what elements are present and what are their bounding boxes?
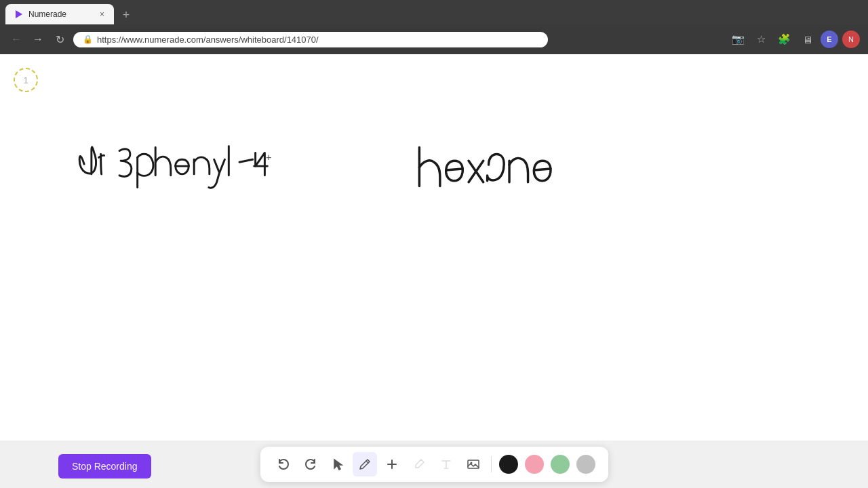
stop-recording-button[interactable]: Stop Recording (58, 454, 151, 479)
svg-text:+: + (266, 152, 271, 163)
tab-close-button[interactable]: × (98, 9, 106, 19)
highlighter-tool-button[interactable] (407, 452, 431, 476)
browser-frame: Numerade × + ← → ↻ 🔒 https://www.numerad… (0, 0, 868, 488)
text-tool-button[interactable] (434, 452, 458, 476)
forward-button[interactable]: → (30, 31, 46, 47)
pen-tool-button[interactable] (353, 452, 377, 476)
display-icon[interactable]: 🖥 (797, 30, 816, 49)
bottom-bar: Stop Recording (0, 441, 868, 488)
tab-title: Numerade (28, 9, 94, 19)
profile-button[interactable]: E (821, 30, 838, 48)
whiteboard[interactable]: 1 (0, 54, 868, 441)
active-tab[interactable]: Numerade × (5, 4, 114, 24)
undo-button[interactable] (271, 452, 296, 476)
toolbar-separator (491, 456, 492, 472)
url-bar[interactable]: 🔒 https://www.numerade.com/answers/white… (73, 32, 548, 47)
address-bar: ← → ↻ 🔒 https://www.numerade.com/answers… (0, 24, 868, 54)
image-tool-button[interactable] (461, 452, 486, 476)
drawing-toolbar (260, 447, 608, 482)
handwriting-canvas[interactable]: + (0, 54, 868, 441)
color-gray-button[interactable] (576, 455, 595, 474)
tab-favicon (14, 9, 24, 20)
extensions-icon[interactable]: 🧩 (774, 30, 793, 49)
color-green-button[interactable] (551, 455, 570, 474)
color-black-button[interactable] (499, 455, 518, 474)
tab-bar: Numerade × + (0, 0, 868, 24)
add-tool-button[interactable] (380, 452, 404, 476)
url-text: https://www.numerade.com/answers/whitebo… (97, 35, 319, 45)
back-button[interactable]: ← (8, 31, 24, 47)
color-pink-button[interactable] (525, 455, 544, 474)
lock-icon: 🔒 (83, 35, 93, 44)
select-tool-button[interactable] (326, 452, 350, 476)
content-area: 1 (0, 54, 868, 488)
new-tab-button[interactable]: + (117, 5, 136, 24)
extension-button[interactable]: N (842, 30, 860, 48)
redo-button[interactable] (298, 452, 323, 476)
refresh-button[interactable]: ↻ (52, 31, 68, 47)
svg-marker-0 (16, 10, 22, 18)
camera-icon[interactable]: 📷 (728, 30, 747, 49)
browser-toolbar-right: 📷 ☆ 🧩 🖥 E N (728, 30, 860, 49)
bookmark-icon[interactable]: ☆ (751, 30, 770, 49)
